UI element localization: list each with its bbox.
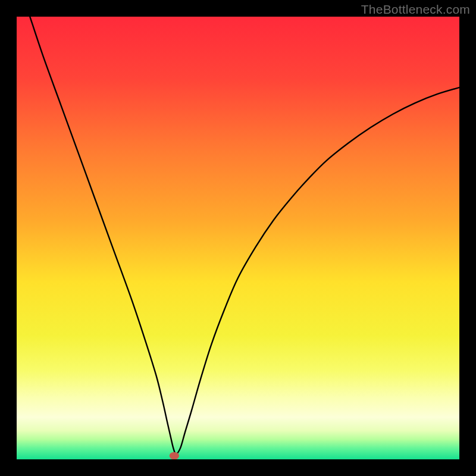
chart-background bbox=[17, 17, 459, 459]
chart-svg bbox=[17, 17, 459, 459]
optimal-point-marker bbox=[170, 452, 179, 459]
watermark-text: TheBottleneck.com bbox=[361, 2, 470, 17]
chart-frame bbox=[17, 17, 459, 459]
